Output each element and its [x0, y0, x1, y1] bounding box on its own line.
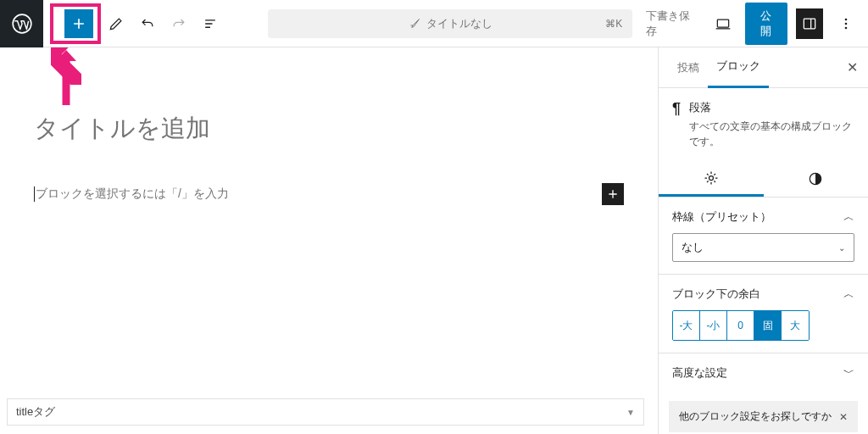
more-settings-text: 他のブロック設定をお探しですか [679, 409, 832, 424]
document-outline-button[interactable] [197, 8, 225, 39]
block-description: すべての文章の基本の構成ブロックです。 [689, 119, 854, 149]
redo-icon [170, 15, 187, 32]
annotation-arrow-icon [51, 47, 81, 110]
panel-spacing: ブロック下の余白 ︿ -大-小0固大 [659, 275, 868, 353]
paragraph-row: ブロックを選択するには「/」を入力 [34, 183, 624, 205]
settings-subtabs [659, 161, 868, 198]
more-options-button[interactable] [833, 8, 860, 39]
save-draft-button[interactable]: 下書き保存 [639, 3, 701, 44]
editor-canvas: タイトルを追加 ブロックを選択するには「/」を入力 titleタグ ▼ [0, 47, 658, 434]
wordpress-logo[interactable] [0, 0, 43, 47]
feather-icon [409, 17, 421, 30]
sidebar-toggle-button[interactable] [796, 8, 822, 39]
svg-point-3 [845, 18, 848, 20]
border-preset-select[interactable]: なし ⌄ [672, 233, 854, 262]
caret-down-icon: ▼ [626, 408, 635, 417]
tab-block[interactable]: ブロック [708, 47, 769, 88]
sidebar-icon [801, 15, 818, 32]
preview-button[interactable] [709, 8, 736, 39]
panel-head-advanced[interactable]: 高度な設定 ﹀ [672, 365, 854, 381]
chevron-up-icon: ︿ [843, 287, 854, 302]
undo-button[interactable] [134, 8, 162, 39]
panel-border: 枠線（プリセット） ︿ なし ⌄ [659, 198, 868, 275]
paragraph-placeholder[interactable]: ブロックを選択するには「/」を入力 [34, 186, 229, 202]
tab-post[interactable]: 投稿 [669, 48, 708, 87]
svg-rect-2 [804, 19, 815, 29]
spacing-option-2[interactable]: 0 [727, 311, 754, 340]
sidebar-tabs: 投稿 ブロック ✕ [659, 47, 868, 88]
command-search[interactable]: タイトルなし ⌘K [268, 9, 632, 38]
title-tag-select[interactable]: titleタグ ▼ [7, 398, 644, 426]
edit-mode-button[interactable] [103, 8, 131, 39]
paragraph-icon: ¶ [672, 100, 681, 149]
publish-button[interactable]: 公開 [745, 3, 788, 45]
pencil-icon [108, 15, 125, 32]
panel-title-border: 枠線（プリセット） [672, 209, 771, 225]
redo-button[interactable] [165, 8, 193, 39]
block-name: 段落 [689, 100, 854, 115]
panel-title-advanced: 高度な設定 [672, 365, 727, 381]
outline-icon [202, 15, 219, 32]
keyboard-shortcut: ⌘K [605, 18, 622, 30]
spacing-button-group: -大-小0固大 [672, 310, 810, 341]
inline-add-block-button[interactable] [602, 183, 624, 205]
spacing-option-1[interactable]: -小 [700, 311, 727, 340]
device-icon [715, 15, 732, 32]
post-title-input[interactable]: タイトルを追加 [34, 112, 624, 146]
spacing-option-4[interactable]: 大 [782, 311, 809, 340]
svg-point-4 [845, 22, 848, 25]
panel-title-spacing: ブロック下の余白 [672, 287, 760, 302]
panel-head-border[interactable]: 枠線（プリセット） ︿ [672, 209, 854, 225]
caret-down-icon: ⌄ [838, 243, 845, 253]
block-info: ¶ 段落 すべての文章の基本の構成ブロックです。 [659, 88, 868, 161]
panel-head-spacing[interactable]: ブロック下の余白 ︿ [672, 287, 854, 302]
undo-icon [139, 15, 156, 32]
title-tag-label: titleタグ [16, 404, 55, 420]
topbar-right: 下書き保存 公開 [639, 3, 861, 45]
border-preset-value: なし [682, 240, 704, 255]
subtab-settings[interactable] [659, 161, 764, 197]
topbar: タイトルなし ⌘K 下書き保存 公開 [0, 0, 868, 47]
svg-point-7 [709, 175, 713, 180]
panel-advanced: 高度な設定 ﹀ [659, 353, 868, 392]
contrast-icon [807, 170, 824, 187]
sidebar-close-button[interactable]: ✕ [847, 59, 858, 75]
spacing-option-3[interactable]: 固 [754, 311, 782, 340]
add-block-button[interactable] [64, 9, 93, 38]
chevron-up-icon: ︿ [843, 209, 854, 225]
gear-icon [703, 170, 720, 186]
more-settings-banner: 他のブロック設定をお探しですか ✕ [669, 401, 858, 432]
search-placeholder: タイトルなし [426, 16, 492, 31]
body: タイトルを追加 ブロックを選択するには「/」を入力 titleタグ ▼ 投稿 ブ… [0, 47, 868, 434]
banner-close-button[interactable]: ✕ [839, 411, 848, 423]
settings-sidebar: 投稿 ブロック ✕ ¶ 段落 すべての文章の基本の構成ブロックです。 枠線（プリ… [658, 47, 868, 434]
spacing-option-0[interactable]: -大 [673, 311, 700, 340]
kebab-icon [837, 15, 854, 32]
svg-rect-1 [717, 19, 728, 27]
chevron-down-icon: ﹀ [843, 365, 854, 381]
plus-icon [606, 187, 620, 201]
add-block-highlight [50, 3, 101, 44]
svg-point-5 [845, 26, 848, 29]
subtab-styles[interactable] [764, 161, 869, 197]
plus-icon [70, 15, 87, 32]
wordpress-icon [11, 13, 33, 35]
